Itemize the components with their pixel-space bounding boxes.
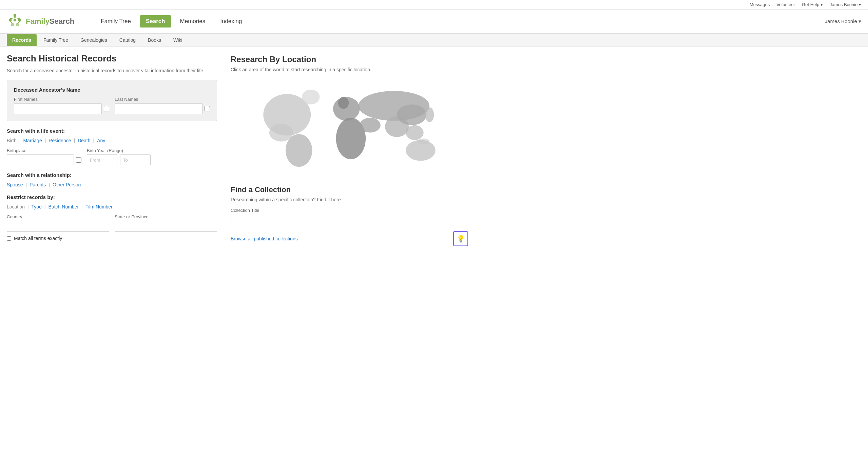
world-map[interactable] xyxy=(231,79,468,174)
ancestor-name-box: Deceased Ancestor's Name First Names Las… xyxy=(7,80,217,121)
last-name-exact-checkbox[interactable] xyxy=(205,106,210,111)
rsep2: | xyxy=(49,182,50,187)
search-title: Search Historical Records xyxy=(7,53,217,64)
search-subtitle: Search for a deceased ancestor in histor… xyxy=(7,67,217,74)
restrict-location: Location xyxy=(7,204,25,209)
sep2: | xyxy=(45,138,46,143)
life-event-label: Search with a life event: xyxy=(7,128,217,134)
first-name-input[interactable] xyxy=(14,103,102,114)
bulb-icon: 💡 xyxy=(457,235,465,243)
state-group: State or Province xyxy=(115,214,217,232)
collection-title: Find a Collection xyxy=(231,185,468,194)
relationship-label: Search with a relationship: xyxy=(7,172,217,178)
svg-rect-2 xyxy=(14,19,16,21)
bulb-button[interactable]: 💡 xyxy=(453,231,468,246)
nav-indexing[interactable]: Indexing xyxy=(214,15,248,28)
first-name-group: First Names xyxy=(14,97,109,114)
logo-text: FamilySearch xyxy=(26,17,74,26)
life-event-section: Search with a life event: Birth | Marria… xyxy=(7,128,217,165)
svg-point-24 xyxy=(338,97,349,109)
nav-memories[interactable]: Memories xyxy=(174,15,212,28)
state-label: State or Province xyxy=(115,214,217,219)
restrict-batch[interactable]: Batch Number xyxy=(49,204,79,209)
birth-year-from[interactable] xyxy=(87,154,117,165)
sub-nav: Records Family Tree Genealogies Catalog … xyxy=(0,34,868,47)
volunteer-link[interactable]: Volunteer xyxy=(776,2,795,7)
svg-point-22 xyxy=(425,107,434,122)
svg-point-25 xyxy=(418,139,429,145)
rel-parents[interactable]: Parents xyxy=(30,182,46,187)
relationship-section: Search with a relationship: Spouse | Par… xyxy=(7,172,217,187)
subnav-genealogies[interactable]: Genealogies xyxy=(75,34,113,46)
event-residence[interactable]: Residence xyxy=(49,138,71,143)
match-exact-checkbox[interactable] xyxy=(7,236,11,241)
restrict-section: Restrict records by: Location | Type | B… xyxy=(7,194,217,241)
event-any[interactable]: Any xyxy=(97,138,105,143)
nav-links: Family Tree Search Memories Indexing xyxy=(95,15,825,28)
svg-rect-0 xyxy=(14,14,16,17)
svg-rect-3 xyxy=(18,19,21,21)
restrict-film[interactable]: Film Number xyxy=(85,204,113,209)
content-area: Search Historical Records Search for a d… xyxy=(0,47,475,255)
sep1: | xyxy=(19,138,21,143)
restrict-links: Location | Type | Batch Number | Film Nu… xyxy=(7,204,217,209)
first-name-label: First Names xyxy=(14,97,109,102)
get-help-link[interactable]: Get Help ▾ xyxy=(802,2,823,7)
name-fields-row: First Names Last Names xyxy=(14,97,210,114)
last-name-input-row xyxy=(115,103,210,114)
rsep1: | xyxy=(25,182,27,187)
birthplace-row: Birthplace Birth Year (Range) xyxy=(7,148,217,165)
restsep1: | xyxy=(27,204,29,209)
svg-point-14 xyxy=(286,134,312,167)
svg-rect-7 xyxy=(11,23,14,26)
restrict-type[interactable]: Type xyxy=(32,204,42,209)
country-row: Country State or Province xyxy=(7,214,217,232)
research-subtitle: Click an area of the world to start rese… xyxy=(231,67,468,72)
browse-row: Browse all published collections 💡 xyxy=(231,231,468,246)
subnav-family-tree[interactable]: Family Tree xyxy=(38,34,74,46)
user-account-link[interactable]: James Boonie ▾ xyxy=(825,18,861,24)
birthyear-label: Birth Year (Range) xyxy=(87,148,217,153)
birth-year-to[interactable] xyxy=(120,154,151,165)
restrict-label: Restrict records by: xyxy=(7,194,217,200)
subnav-wiki[interactable]: Wiki xyxy=(168,34,188,46)
subnav-catalog[interactable]: Catalog xyxy=(114,34,141,46)
svg-line-10 xyxy=(17,21,20,23)
collection-input[interactable] xyxy=(231,215,468,227)
collection-subtitle: Researching within a specific collection… xyxy=(231,197,468,202)
sep3: | xyxy=(74,138,75,143)
birthplace-input-row xyxy=(7,154,81,165)
restsep2: | xyxy=(44,204,46,209)
restsep3: | xyxy=(81,204,83,209)
subnav-books[interactable]: Books xyxy=(142,34,167,46)
world-map-container[interactable] xyxy=(231,79,468,175)
svg-point-18 xyxy=(360,118,381,133)
browse-link[interactable]: Browse all published collections xyxy=(231,236,298,241)
event-death[interactable]: Death xyxy=(78,138,90,143)
event-marriage[interactable]: Marriage xyxy=(23,138,42,143)
state-input[interactable] xyxy=(115,221,217,232)
rel-spouse[interactable]: Spouse xyxy=(7,182,23,187)
first-name-exact-checkbox[interactable] xyxy=(104,106,109,111)
rel-other[interactable]: Other Person xyxy=(53,182,81,187)
nav-search[interactable]: Search xyxy=(140,15,171,28)
messages-link[interactable]: Messages xyxy=(750,2,770,7)
year-inputs xyxy=(87,154,217,165)
last-name-input[interactable] xyxy=(115,103,202,114)
svg-line-5 xyxy=(10,18,15,19)
event-birth[interactable]: Birth xyxy=(7,138,17,143)
svg-rect-1 xyxy=(9,19,12,21)
top-bar: Messages Volunteer Get Help ▾ James Boon… xyxy=(0,0,868,10)
logo[interactable]: FamilySearch xyxy=(7,13,74,30)
main-nav: FamilySearch Family Tree Search Memories… xyxy=(0,10,868,34)
user-menu[interactable]: James Boonie ▾ xyxy=(830,2,861,7)
research-title: Research By Location xyxy=(231,55,468,64)
birthplace-exact-checkbox[interactable] xyxy=(76,157,81,163)
nav-family-tree[interactable]: Family Tree xyxy=(95,15,137,28)
match-label: Match all terms exactly xyxy=(14,236,62,241)
birthplace-input[interactable] xyxy=(7,154,74,165)
subnav-records[interactable]: Records xyxy=(7,34,37,46)
collection-label: Collection Title xyxy=(231,208,468,213)
last-name-group: Last Names xyxy=(115,97,210,114)
country-input[interactable] xyxy=(7,221,109,232)
